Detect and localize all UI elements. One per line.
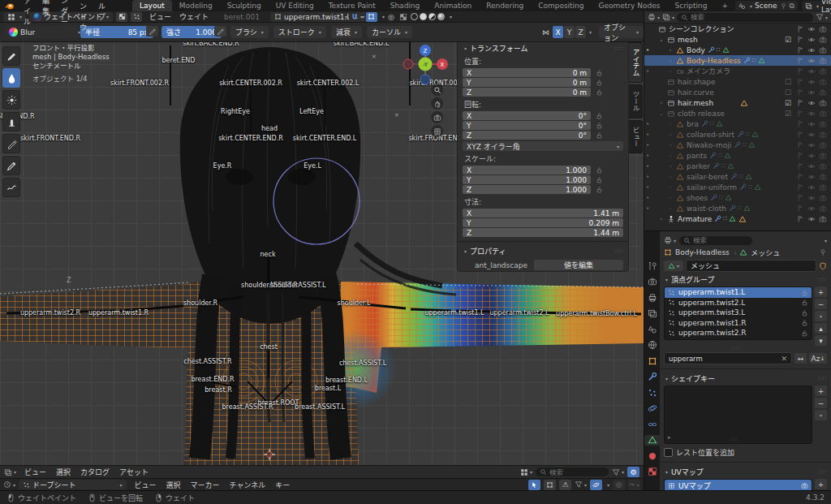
invert-filter-button[interactable]: ↔ — [794, 353, 807, 364]
vertex-group-item[interactable]: upperarm.twist2.L — [665, 298, 812, 308]
selectable-icon[interactable] — [796, 67, 804, 75]
selectable-icon[interactable] — [796, 131, 804, 139]
shading-wireframe-icon[interactable] — [411, 13, 418, 20]
lock-icon[interactable] — [596, 112, 603, 119]
workspace-tab[interactable]: Geometry Nodes — [592, 0, 668, 11]
outliner-row[interactable]: • › waist-cloth ∷ — [644, 203, 831, 213]
workspace-tab[interactable]: Texture Paint — [321, 0, 383, 11]
dope-filter-button[interactable]: ▾ — [575, 480, 587, 489]
collection-checkbox[interactable]: ☑ — [785, 99, 793, 107]
outliner-search-input[interactable] — [691, 13, 809, 21]
asset-menu-item[interactable]: 選択 — [51, 467, 75, 477]
collection-checkbox[interactable]: ☐ — [785, 78, 793, 86]
lock-icon[interactable] — [801, 330, 808, 337]
lock-icon[interactable] — [596, 122, 603, 129]
pin-icon[interactable] — [819, 248, 827, 256]
selectable-icon[interactable] — [796, 36, 804, 44]
tool-button[interactable] — [2, 112, 20, 131]
asset-search[interactable] — [536, 467, 609, 476]
properties-display-button[interactable]: ▾ — [664, 236, 676, 244]
workspace-tab[interactable]: + — [715, 0, 736, 11]
move-down-button[interactable]: ▾ — [815, 335, 827, 346]
asset-display-size[interactable]: ▾ — [520, 468, 532, 476]
disclosure-caret[interactable]: › — [667, 205, 674, 212]
gizmo-toggle[interactable] — [366, 12, 377, 22]
hide-icon[interactable] — [807, 57, 816, 65]
workspace-tab[interactable]: Animation — [427, 0, 479, 11]
outliner-row[interactable]: • › collared-shirt ∷ — [644, 129, 831, 140]
render-uv-icon[interactable] — [801, 482, 808, 489]
properties-tab[interactable] — [644, 403, 660, 414]
radius-pressure-button[interactable] — [146, 26, 158, 37]
selectable-icon[interactable] — [796, 46, 804, 54]
breadcrumb-object[interactable]: Body-Headless — [675, 248, 730, 256]
tool-dropdown[interactable]: カーソル▾ — [367, 26, 412, 38]
strength-slider[interactable]: 強さ1.000 — [161, 26, 222, 38]
falloff-button[interactable]: ~▾ — [628, 480, 640, 490]
selectable-icon[interactable] — [796, 141, 804, 149]
properties-search-input[interactable] — [693, 236, 747, 244]
rotation-field[interactable]: X0° — [463, 111, 591, 120]
disclosure-caret[interactable]: › — [667, 121, 674, 127]
hide-icon[interactable] — [807, 88, 816, 97]
tool-button[interactable] — [2, 46, 20, 66]
render-visibility-icon[interactable] — [819, 162, 827, 170]
shape-keys-list[interactable]: ▸ ∷∷ — [664, 386, 812, 444]
rotation-mode-dropdown[interactable]: XYZ オイラー角▾ — [463, 141, 623, 151]
outliner-row[interactable]: • › sailar-uniform ∷ — [644, 182, 831, 192]
disclosure-caret[interactable]: › — [667, 142, 674, 149]
outliner-row[interactable]: • › shoes ∷ — [644, 192, 831, 203]
lock-icon[interactable] — [596, 176, 603, 183]
move-up-button[interactable]: ▴ — [815, 323, 827, 334]
asset-settings-button[interactable]: ⚙ — [627, 467, 639, 477]
hide-icon[interactable] — [807, 152, 816, 160]
outliner-row[interactable]: • hair.shape ∷ ☐ — [644, 76, 831, 87]
dimension-field[interactable]: Z1.44 m — [463, 228, 623, 237]
hide-icon[interactable] — [807, 99, 816, 107]
rotation-field[interactable]: Y0° — [463, 121, 591, 130]
properties-tab[interactable] — [644, 419, 660, 429]
disclosure-caret[interactable]: › — [667, 47, 674, 54]
menu-item[interactable]: ヘルプ — [93, 0, 111, 22]
outliner-filter-button[interactable]: ▾ — [816, 13, 828, 21]
hide-icon[interactable] — [807, 131, 816, 139]
shape-keys-header[interactable]: ▾シェイプキー∷∷ — [664, 373, 827, 384]
dope-editor-type[interactable]: ▾ — [3, 480, 15, 489]
show-hidden-toggle[interactable] — [544, 480, 556, 490]
selectable-icon[interactable] — [796, 25, 804, 33]
paint-mask-vertex-toggle[interactable] — [131, 12, 142, 22]
options-dropdown[interactable]: オプション▾ — [599, 26, 644, 38]
lock-icon[interactable] — [596, 79, 603, 86]
remove-vertex-group-button[interactable]: − — [815, 299, 827, 309]
sort-button[interactable]: Az↓ — [809, 353, 827, 364]
outliner-filter-mode[interactable]: ▾ — [662, 13, 674, 21]
fake-user-icon[interactable] — [819, 262, 827, 270]
outliner-row[interactable]: • › parker ∷ — [644, 161, 831, 171]
shading-rendered-icon[interactable] — [437, 13, 445, 20]
render-visibility-icon[interactable] — [819, 88, 827, 97]
menu-item[interactable]: レンダー — [55, 0, 74, 27]
strength-pressure-button[interactable] — [214, 26, 226, 37]
disclosure-caret[interactable]: › — [667, 184, 674, 191]
menu-item[interactable]: ファイル — [18, 0, 37, 27]
hide-icon[interactable] — [807, 36, 816, 44]
lock-icon[interactable] — [596, 88, 603, 96]
properties-tab[interactable] — [644, 324, 660, 334]
remove-shape-key-button[interactable]: − — [815, 398, 827, 408]
hide-icon[interactable] — [807, 215, 816, 223]
menu-item[interactable]: 編集 — [37, 0, 55, 16]
disclosure-caret[interactable]: › — [667, 195, 674, 201]
collection-checkbox[interactable]: ☑ — [785, 36, 793, 44]
outliner-row[interactable]: • › sailar-beret ∷ — [644, 171, 831, 182]
render-visibility-icon[interactable] — [819, 173, 827, 181]
transform-panel-header[interactable]: ▾トランスフォーム∷∷ — [463, 43, 623, 54]
custom-properties-header[interactable]: ▾プロパティ∷∷ — [463, 246, 623, 256]
render-visibility-icon[interactable] — [819, 25, 827, 33]
tool-dropdown[interactable]: ストローク▾ — [273, 26, 326, 38]
properties-tab[interactable] — [644, 292, 660, 303]
lock-icon[interactable] — [801, 309, 808, 317]
tool-button[interactable] — [2, 134, 20, 153]
properties-tab[interactable] — [644, 372, 660, 382]
only-errors-toggle[interactable]: ⚠ — [559, 480, 571, 490]
camera-view-button[interactable] — [431, 111, 443, 123]
